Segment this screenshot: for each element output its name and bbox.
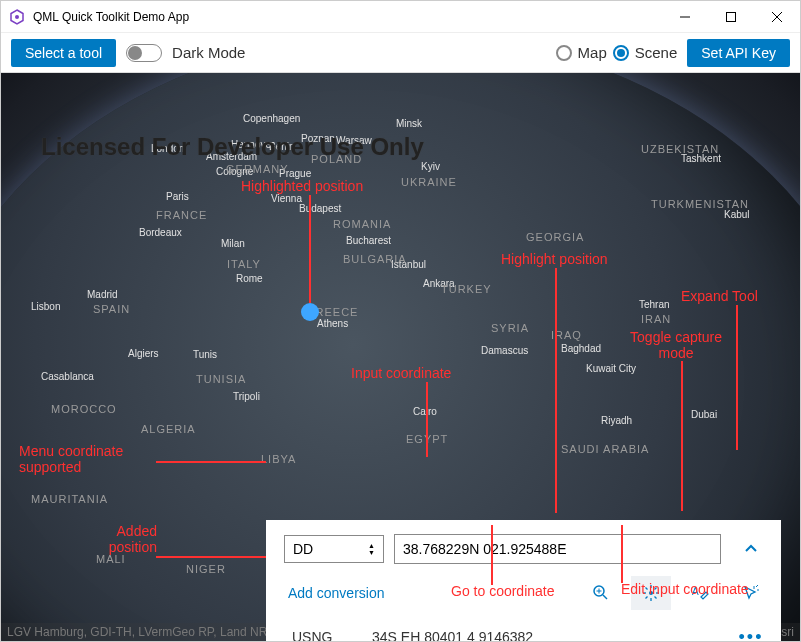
window-title: QML Quick Toolkit Demo App [33, 10, 662, 24]
country-label: UZBEKISTAN [641, 143, 719, 155]
country-label: FRANCE [156, 209, 207, 221]
city-label: Damascus [481, 345, 528, 356]
highlighted-marker[interactable] [301, 303, 319, 321]
city-label: Paris [166, 191, 189, 202]
toolbar: Select a tool Dark Mode Map Scene Set AP… [1, 33, 800, 73]
window-controls [662, 1, 800, 33]
view-mode-radio-group: Map Scene [556, 44, 678, 61]
svg-line-16 [655, 597, 657, 599]
more-options-button[interactable]: ••• [731, 620, 771, 641]
flash-button[interactable] [631, 576, 671, 610]
city-label: Vienna [271, 193, 302, 204]
city-label: Budapest [299, 203, 341, 214]
city-label: Kuwait City [586, 363, 636, 374]
expand-button[interactable] [731, 532, 771, 566]
city-label: Kabul [724, 209, 750, 220]
city-label: Bordeaux [139, 227, 182, 238]
city-label: Madrid [87, 289, 118, 300]
map-radio[interactable] [556, 45, 572, 61]
country-label: IRAN [641, 313, 671, 325]
country-label: NIGER [186, 563, 226, 575]
country-label: ITALY [227, 258, 261, 270]
country-label: TUNISIA [196, 373, 246, 385]
country-label: MALI [96, 553, 126, 565]
city-label: Rome [236, 273, 263, 284]
cursor-click-icon [742, 584, 760, 602]
dark-mode-toggle[interactable] [126, 44, 162, 62]
added-coord-value: 34S EH 80401 4 9146382 [372, 629, 711, 641]
capture-mode-button[interactable] [731, 576, 771, 610]
dark-mode-label: Dark Mode [172, 44, 245, 61]
city-label: Minsk [396, 118, 422, 129]
svg-line-22 [756, 585, 758, 587]
country-label: TURKMENISTAN [651, 198, 749, 210]
flash-icon [642, 584, 660, 602]
city-label: Athens [317, 318, 348, 329]
select-tool-button[interactable]: Select a tool [11, 39, 116, 67]
scene-view[interactable]: Licensed For Developer Use Only LondonHa… [1, 73, 800, 641]
country-label: ALGERIA [141, 423, 196, 435]
chevron-up-icon [743, 541, 759, 557]
zoom-in-icon [592, 584, 610, 602]
scene-radio[interactable] [613, 45, 629, 61]
country-label: TURKEY [441, 283, 492, 295]
city-label: Algiers [128, 348, 159, 359]
city-label: Casablanca [41, 371, 94, 382]
svg-line-7 [603, 595, 607, 599]
added-format-label: USNG [292, 629, 352, 641]
city-label: Cairo [413, 406, 437, 417]
coordinate-format-value: DD [293, 541, 313, 557]
svg-line-15 [646, 588, 648, 590]
country-label: UKRAINE [401, 176, 457, 188]
minimize-button[interactable] [662, 1, 708, 33]
city-label: Riyadh [601, 415, 632, 426]
country-label: GERMANY [226, 163, 289, 175]
country-label: MAURITANIA [31, 493, 108, 505]
maximize-button[interactable] [708, 1, 754, 33]
city-label: Tunis [193, 349, 217, 360]
city-label: Lisbon [31, 301, 60, 312]
country-label: SYRIA [491, 322, 529, 334]
city-label: Tehran [639, 299, 670, 310]
svg-line-17 [646, 597, 648, 599]
city-label: Tripoli [233, 391, 260, 402]
city-label: Kyiv [421, 161, 440, 172]
app-icon [9, 9, 25, 25]
map-radio-label: Map [578, 44, 607, 61]
zoom-to-button[interactable] [581, 576, 621, 610]
country-label: GEORGIA [526, 231, 584, 243]
dots-icon: ••• [739, 627, 764, 642]
titlebar: QML Quick Toolkit Demo App [1, 1, 800, 33]
svg-line-18 [655, 588, 657, 590]
edit-icon: A [692, 584, 710, 602]
city-label: Copenhagen [243, 113, 300, 124]
city-label: Baghdad [561, 343, 601, 354]
close-button[interactable] [754, 1, 800, 33]
add-conversion-link[interactable]: Add conversion [284, 585, 385, 601]
country-label: BULGARIA [343, 253, 407, 265]
svg-point-10 [649, 591, 653, 595]
spinner-icon: ▲▼ [368, 542, 375, 556]
city-label: Milan [221, 238, 245, 249]
license-watermark: Licensed For Developer Use Only [41, 133, 424, 161]
country-label: EGYPT [406, 433, 448, 445]
country-label: SPAIN [93, 303, 130, 315]
city-label: Dubai [691, 409, 717, 420]
svg-text:A: A [692, 586, 699, 597]
svg-rect-3 [727, 12, 736, 21]
app-window: QML Quick Toolkit Demo App Select a tool… [0, 0, 801, 642]
set-api-key-button[interactable]: Set API Key [687, 39, 790, 67]
country-label: LIBYA [261, 453, 296, 465]
country-label: IRAQ [551, 329, 582, 341]
coordinate-input[interactable] [394, 534, 721, 564]
coordinate-conversion-panel: DD ▲▼ Add conversion A [266, 520, 781, 641]
scene-radio-label: Scene [635, 44, 678, 61]
city-label: Bucharest [346, 235, 391, 246]
country-label: SAUDI ARABIA [561, 443, 649, 455]
country-label: ROMANIA [333, 218, 391, 230]
country-label: MOROCCO [51, 403, 117, 415]
svg-point-1 [15, 15, 19, 19]
coordinate-format-select[interactable]: DD ▲▼ [284, 535, 384, 563]
edit-button[interactable]: A [681, 576, 721, 610]
